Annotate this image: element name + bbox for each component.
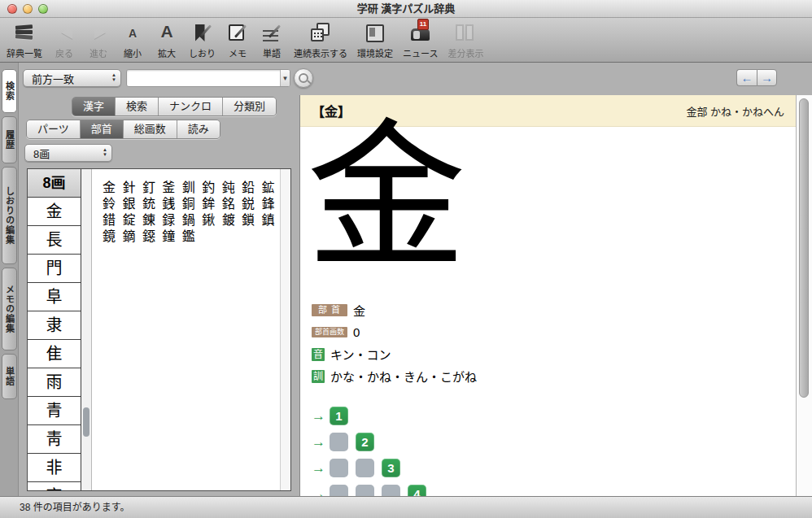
toolbar-label: ニュース: [403, 46, 438, 59]
puzzle-number-cell[interactable]: 1: [330, 407, 348, 425]
info-row: 部 首金: [312, 299, 477, 321]
search-pane: 漢字検索ナンクロ分類別 パーツ部首総画数読み 8画 ▲▼ 8画金長門阜隶隹雨青靑…: [19, 95, 299, 496]
radical-item[interactable]: 隹: [28, 340, 81, 368]
detail-scrollbar[interactable]: [796, 95, 812, 496]
puzzle-row: →1: [312, 407, 434, 425]
sidebar-tab-strip: 検索履歴しおりの編集メモの編集単語: [0, 63, 19, 496]
sub-tab-bar: パーツ部首総画数読み: [26, 120, 220, 139]
toolbar-word[interactable]: 単語: [260, 21, 284, 59]
main-tab-bar: 漢字検索ナンクロ分類別: [72, 97, 277, 116]
radical-item[interactable]: 非: [28, 454, 81, 482]
puzzle-cell[interactable]: [330, 433, 348, 451]
next-entry-button[interactable]: →: [757, 69, 777, 86]
tab-nankuro[interactable]: ナンクロ: [159, 98, 223, 115]
sidebar-tab-history[interactable]: 履歴: [2, 116, 17, 163]
toolbar-label: 拡大: [158, 46, 176, 59]
info-value: 0: [353, 325, 360, 339]
sidebar-tab-label: しおりの編集: [3, 186, 16, 245]
puzzle-cell[interactable]: [356, 459, 374, 477]
radical-item[interactable]: 靑: [28, 425, 81, 454]
big-kanji: 金: [307, 116, 466, 279]
toolbar-diff-display: 差分表示: [447, 21, 483, 59]
radical-item[interactable]: 青: [28, 397, 81, 425]
subtab-yomi[interactable]: 読み: [177, 120, 220, 138]
toolbar-news[interactable]: 11ニュース: [403, 21, 438, 59]
info-badge: 部首画数: [312, 327, 347, 337]
kanji-grid: 金 針 釘 釜 釧 釣 鈍 鉛 鉱 鉄 鉢鈴 銀 銃 銭 銅 鉾 銘 鋭 鋒 錦…: [92, 169, 280, 490]
toolbar-dictionary-list[interactable]: 辞典一覧: [7, 21, 42, 59]
search-combo: ▼: [126, 69, 290, 87]
toolbar-zoom-in[interactable]: A拡大: [155, 21, 179, 59]
search-input[interactable]: [127, 70, 280, 86]
info-value: 金: [353, 302, 365, 319]
puzzle-cell[interactable]: [356, 485, 374, 496]
radical-item[interactable]: 雨: [28, 368, 81, 397]
diff-panes-icon: [453, 21, 478, 46]
toolbar-back: 戻る: [52, 21, 76, 59]
bookmark-pencil-icon: [190, 21, 215, 46]
radical-item[interactable]: 斉: [28, 482, 81, 491]
radical-item[interactable]: 長: [28, 226, 81, 255]
entry-info: 部 首金部首画数0音キン・コン訓かな・かね・きん・こがね: [312, 299, 477, 387]
toolbar: 辞典一覧戻る進むA縮小A拡大しおりメモ単語連続表示する環境設定11ニュース差分表…: [0, 18, 812, 63]
toolbar-label: 単語: [263, 46, 281, 59]
subtab-soukakusu[interactable]: 総画数: [124, 120, 177, 138]
info-badge: 音: [312, 348, 325, 361]
toolbar-label: 環境設定: [357, 46, 393, 59]
sidebar-tab-bookmark-edit[interactable]: しおりの編集: [2, 167, 17, 264]
kanji-grid-row[interactable]: 鏡 鏑 鐚 鐘 鑑: [103, 229, 277, 245]
puzzle-number-cell[interactable]: 3: [382, 459, 400, 477]
info-row: 音キン・コン: [312, 343, 477, 365]
stroke-count-select[interactable]: 8画 ▲▼: [24, 144, 112, 162]
puzzle-cell[interactable]: [330, 485, 348, 496]
toolbar-zoom-out[interactable]: A縮小: [120, 21, 145, 59]
back-arrow-icon: [52, 21, 76, 46]
info-value: キン・コン: [330, 346, 391, 363]
puzzle-cell[interactable]: [330, 459, 348, 477]
books-icon: [12, 21, 37, 46]
puzzle-number-cell[interactable]: 4: [408, 485, 426, 496]
toolbar-label: 戻る: [55, 46, 73, 59]
tab-kanji[interactable]: 漢字: [72, 98, 116, 115]
subtab-bushu[interactable]: 部首: [81, 120, 124, 138]
info-row: 部首画数0: [312, 321, 477, 343]
puzzle-cell[interactable]: [382, 485, 400, 496]
radical-list: 8画金長門阜隶隹雨青靑非斉: [28, 169, 81, 490]
combo-dropdown-button[interactable]: ▼: [280, 70, 290, 86]
radical-scrollbar-thumb[interactable]: [83, 407, 89, 437]
search-button[interactable]: [294, 68, 313, 88]
kanji-grid-row[interactable]: 錯 錠 錬 録 鍋 鍬 鍍 鎖 鎮 鎧 鎌: [103, 212, 277, 229]
match-mode-select[interactable]: 前方一致 ▲▼: [23, 69, 121, 87]
stroke-count-value: 8画: [33, 146, 50, 161]
radical-item[interactable]: 門: [28, 255, 81, 283]
toolbar-continuous-display[interactable]: 連続表示する: [294, 21, 347, 59]
kanji-grid-row[interactable]: 鈴 銀 銃 銭 銅 鉾 銘 鋭 鋒 錦 鋼: [103, 196, 277, 212]
detail-scrollbar-thumb[interactable]: [799, 98, 809, 398]
sidebar-tab-memo-edit[interactable]: メモの編集: [2, 268, 17, 350]
toolbar-memo[interactable]: メモ: [225, 21, 250, 59]
kanji-grid-row[interactable]: 金 針 釘 釜 釧 釣 鈍 鉛 鉱 鉄 鉢: [103, 180, 277, 196]
puzzle-number-cell[interactable]: 2: [356, 433, 374, 451]
prev-entry-button[interactable]: ←: [736, 69, 757, 86]
status-text: 38 件の項目があります。: [20, 497, 129, 518]
word-pencil-icon: [260, 21, 284, 46]
kanji-grid-scrollbar[interactable]: [280, 169, 290, 490]
tab-bunruibetsu[interactable]: 分類別: [223, 98, 276, 115]
tab-kensaku[interactable]: 検索: [116, 98, 159, 115]
puzzle-row: →3: [312, 459, 434, 477]
toolbar-label: メモ: [229, 46, 247, 59]
radical-scrollbar[interactable]: [81, 169, 92, 490]
toolbar-label: 進む: [89, 46, 107, 59]
news-badge: 11: [417, 19, 429, 30]
toolbar-preferences[interactable]: 環境設定: [357, 21, 393, 59]
toolbar-bookmark[interactable]: しおり: [189, 21, 216, 59]
forward-arrow-icon: →: [761, 71, 773, 85]
sidebar-tab-search[interactable]: 検索: [2, 69, 17, 113]
sidebar-tab-words[interactable]: 単語: [2, 354, 17, 399]
puzzle-links: →1→2→3→4: [312, 407, 434, 496]
large-a-icon: A: [155, 21, 179, 46]
radical-item[interactable]: 阜: [28, 283, 81, 311]
subtab-parts[interactable]: パーツ: [27, 120, 81, 138]
radical-item[interactable]: 隶: [28, 311, 81, 340]
radical-item[interactable]: 金: [28, 198, 81, 226]
